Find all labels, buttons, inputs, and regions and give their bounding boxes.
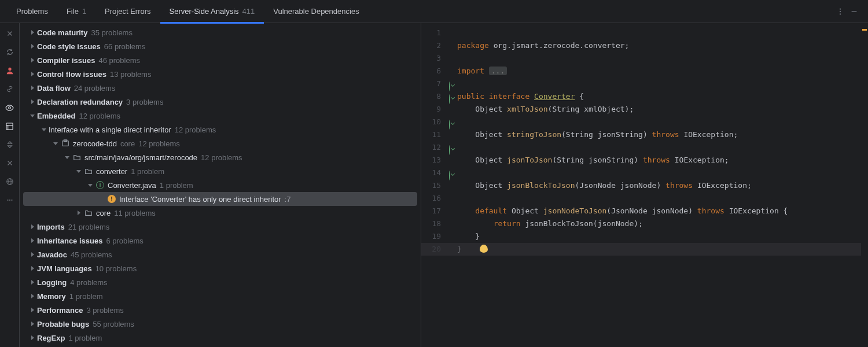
tree-row[interactable]: Control flow issues13 problems: [23, 67, 417, 81]
tree-row[interactable]: Performance3 problems: [23, 303, 417, 317]
tree-row[interactable]: Inheritance issues6 problems: [23, 234, 417, 248]
tree-meta: 1 problem: [131, 167, 164, 176]
chevron-right-icon[interactable]: [28, 28, 37, 37]
tree-label: Control flow issues: [37, 70, 106, 79]
minimize-icon[interactable]: [847, 5, 861, 19]
refresh-icon[interactable]: [4, 46, 16, 58]
tree-row[interactable]: src/main/java/org/jsmart/zerocode12 prob…: [23, 150, 417, 164]
svg-rect-8: [6, 123, 13, 129]
implements-gutter-icon[interactable]: [449, 171, 450, 180]
tree-row[interactable]: zerocode-tddcore12 problems: [23, 136, 417, 150]
tree-row[interactable]: JVM languages10 problems: [23, 261, 417, 275]
tab-label: Vulnerable Dependencies: [273, 7, 359, 16]
tree-row[interactable]: RegExp1 problem: [23, 331, 417, 345]
chevron-right-icon[interactable]: [28, 83, 37, 93]
more-icon[interactable]: [4, 194, 16, 206]
tab-vulnerable-dependencies[interactable]: Vulnerable Dependencies: [264, 0, 368, 23]
close-icon[interactable]: [4, 28, 16, 39]
tree-row[interactable]: converter1 problem: [23, 164, 417, 178]
tab-problems[interactable]: Problems: [7, 0, 57, 23]
lightbulb-icon[interactable]: [480, 245, 488, 253]
implements-gutter-icon[interactable]: [449, 120, 450, 130]
svg-point-2: [840, 13, 841, 14]
chevron-right-icon[interactable]: [28, 264, 37, 273]
tree-label: Interface 'Converter' has only one direc…: [119, 195, 281, 204]
warn-icon: !: [106, 194, 117, 204]
chevron-right-icon[interactable]: [28, 319, 37, 328]
tree-meta: 46 problems: [98, 56, 140, 65]
chevron-down-icon[interactable]: [51, 139, 60, 148]
problems-tree[interactable]: Code maturity35 problemsCode style issue…: [20, 23, 421, 347]
tree-meta: 21 problems: [68, 223, 110, 231]
tree-row[interactable]: Compiler issues46 problems: [23, 53, 417, 67]
tab-label: Problems: [16, 7, 48, 16]
module-icon: [60, 139, 71, 148]
tree-meta: 12 problems: [79, 112, 120, 120]
chevron-right-icon[interactable]: [28, 250, 37, 259]
left-toolbar: [0, 23, 20, 347]
tree-label: core: [96, 209, 111, 217]
chevron-right-icon[interactable]: [28, 278, 37, 287]
tree-row[interactable]: Declaration redundancy3 problems: [23, 95, 417, 109]
tab-label: Server-Side Analysis: [170, 7, 239, 16]
tree-row[interactable]: Interface with a single direct inheritor…: [23, 123, 417, 136]
chevron-right-icon[interactable]: [28, 69, 37, 79]
web-icon[interactable]: [4, 176, 16, 187]
preview-icon[interactable]: [4, 102, 16, 113]
link-icon[interactable]: [4, 83, 16, 95]
expand-icon[interactable]: [4, 139, 16, 150]
tree-meta: 45 problems: [71, 250, 112, 259]
tree-meta: 10 problems: [95, 264, 137, 273]
chevron-right-icon[interactable]: [28, 236, 37, 245]
tree-row[interactable]: !Interface 'Converter' has only one dire…: [23, 192, 417, 206]
chevron-down-icon[interactable]: [86, 180, 95, 190]
chevron-right-icon[interactable]: [28, 305, 37, 315]
tree-row[interactable]: Data flow24 problems: [23, 81, 417, 95]
tree-row[interactable]: Code maturity35 problems: [23, 25, 417, 39]
chevron-down-icon[interactable]: [28, 111, 37, 120]
user-icon[interactable]: [4, 65, 16, 76]
code-body[interactable]: package org.jsmart.zerocode.converter; i…: [455, 23, 788, 347]
tree-meta: 66 problems: [104, 42, 146, 51]
tree-row[interactable]: IConverter.java1 problem: [23, 178, 417, 192]
chevron-right-icon[interactable]: [28, 56, 37, 65]
implements-gutter-icon[interactable]: [449, 145, 450, 155]
tree-meta: 3 problems: [126, 98, 163, 106]
chevron-right-icon[interactable]: [28, 42, 37, 51]
tree-label: JVM languages: [37, 264, 92, 273]
svg-point-17: [9, 200, 10, 201]
scrollbar[interactable]: [861, 23, 868, 347]
chevron-down-icon[interactable]: [39, 125, 49, 134]
collapse-icon[interactable]: [4, 157, 16, 169]
tree-row[interactable]: Imports21 problems: [23, 220, 417, 234]
tree-row[interactable]: Logging4 problems: [23, 275, 417, 289]
tree-row[interactable]: Probable bugs55 problems: [23, 317, 417, 331]
implements-gutter-icon[interactable]: [449, 94, 450, 104]
tab-label: Project Errors: [105, 7, 150, 16]
tree-row[interactable]: Memory1 problem: [23, 289, 417, 303]
tree-row[interactable]: Javadoc45 problems: [23, 248, 417, 261]
chevron-right-icon[interactable]: [28, 97, 37, 106]
chevron-down-icon[interactable]: [62, 153, 72, 162]
chevron-right-icon[interactable]: [74, 208, 83, 217]
tree-row[interactable]: core11 problems: [23, 206, 417, 220]
tree-meta: 13 problems: [110, 70, 152, 79]
tree-label: RegExp: [37, 334, 65, 342]
implements-gutter-icon[interactable]: [449, 82, 450, 91]
tree-label: Data flow: [37, 84, 71, 93]
tree-row[interactable]: Embedded12 problems: [23, 109, 417, 123]
tree-row[interactable]: Code style issues66 problems: [23, 39, 417, 53]
tab-server-side-analysis[interactable]: Server-Side Analysis 411: [160, 0, 264, 23]
tree-label: converter: [96, 167, 127, 176]
tab-file[interactable]: File 1: [57, 0, 95, 23]
group-icon[interactable]: [4, 120, 16, 132]
tree-meta: 1 problem: [160, 181, 193, 190]
chevron-down-icon[interactable]: [74, 167, 83, 176]
tree-meta: 24 problems: [74, 84, 116, 93]
chevron-right-icon[interactable]: [28, 222, 37, 231]
chevron-right-icon[interactable]: [28, 291, 37, 301]
folder-icon: [83, 167, 94, 176]
tab-project-errors[interactable]: Project Errors: [95, 0, 160, 23]
chevron-right-icon[interactable]: [28, 333, 37, 342]
more-options-icon[interactable]: [833, 5, 847, 19]
